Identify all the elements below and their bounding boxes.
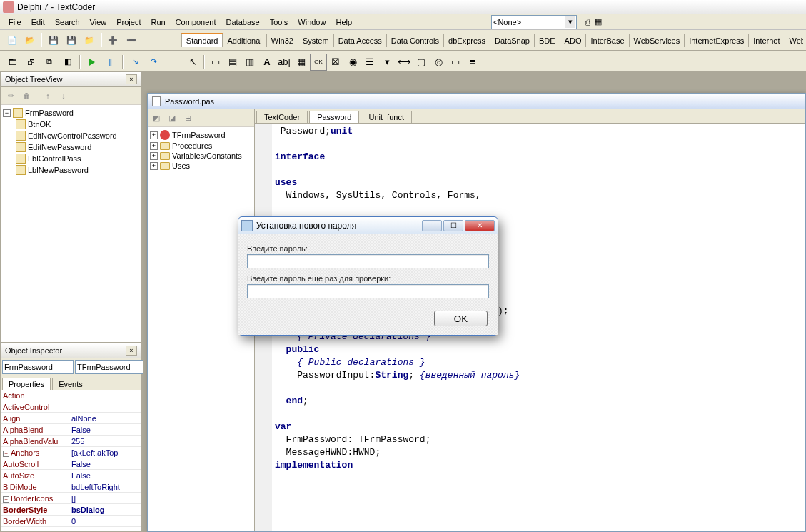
view-form-button[interactable]: 🗗 bbox=[22, 54, 39, 71]
pointer-icon[interactable]: ↖ bbox=[184, 54, 201, 71]
edit-icon[interactable]: ab| bbox=[276, 54, 293, 71]
property-row[interactable]: BiDiModebdLeftToRight bbox=[1, 481, 141, 493]
treeview-btn[interactable]: 🗑 bbox=[19, 89, 34, 103]
open-project-button[interactable]: 📁 bbox=[81, 31, 98, 49]
new-form-button[interactable]: ◧ bbox=[59, 54, 76, 71]
collapse-icon[interactable]: − bbox=[3, 109, 11, 117]
tree-node[interactable]: LblNewPassword bbox=[3, 164, 139, 176]
palette-tab[interactable]: Data Access bbox=[333, 34, 387, 47]
dialog-titlebar[interactable]: Установка нового пароля — ☐ ✕ bbox=[238, 217, 498, 234]
menu-search[interactable]: Search bbox=[51, 16, 84, 28]
code-tab[interactable]: Unit_funct bbox=[361, 111, 412, 123]
editor-titlebar[interactable]: Password.pas bbox=[148, 94, 805, 109]
radiogroup-icon[interactable]: ◎ bbox=[430, 54, 447, 71]
palette-tab[interactable]: InterBase bbox=[585, 34, 629, 47]
save-button[interactable]: 💾 bbox=[45, 31, 61, 49]
add-file-button[interactable]: ➕ bbox=[105, 31, 121, 49]
panel-icon[interactable]: ▭ bbox=[447, 54, 464, 71]
palette-tab[interactable]: System bbox=[298, 34, 334, 47]
property-row[interactable]: AutoSizeFalse bbox=[1, 470, 141, 481]
main-combo[interactable]: <None> ▾ bbox=[491, 15, 577, 29]
menu-database[interactable]: Database bbox=[222, 16, 264, 28]
struct-node[interactable]: +Uses bbox=[150, 161, 252, 171]
mainmenu-icon[interactable]: ▤ bbox=[224, 54, 241, 71]
menu-run[interactable]: Run bbox=[146, 16, 169, 28]
object-tree[interactable]: − FrmPassword BtnOK EditNewControlPasswo… bbox=[1, 105, 141, 342]
menu-help[interactable]: Help bbox=[331, 16, 356, 28]
struct-btn[interactable]: ⊞ bbox=[181, 111, 195, 125]
palette-tab[interactable]: InternetExpress bbox=[684, 34, 749, 47]
palette-tab[interactable]: Win32 bbox=[266, 34, 298, 47]
tree-node[interactable]: LblControlPass bbox=[3, 153, 139, 164]
tree-node-root[interactable]: − FrmPassword bbox=[3, 107, 139, 119]
password-input-1[interactable] bbox=[247, 254, 489, 268]
close-icon[interactable]: × bbox=[126, 346, 137, 356]
toggle-button[interactable]: ⧉ bbox=[41, 54, 58, 71]
view-unit-button[interactable]: 🗔 bbox=[4, 54, 21, 71]
property-row[interactable]: AlignalNone bbox=[1, 413, 141, 424]
palette-tab[interactable]: Data Controls bbox=[386, 34, 444, 47]
tree-node[interactable]: EditNewControlPassword bbox=[3, 130, 139, 141]
actionlist-icon[interactable]: ≡ bbox=[464, 54, 481, 71]
pause-button[interactable]: ‖ bbox=[102, 54, 119, 71]
tree-node[interactable]: BtnOK bbox=[3, 119, 139, 130]
property-row[interactable]: AlphaBlendFalse bbox=[1, 424, 141, 436]
property-row[interactable]: +Anchors[akLeft,akTop bbox=[1, 447, 141, 458]
struct-btn[interactable]: ◩ bbox=[149, 111, 163, 125]
step-over-button[interactable]: ↷ bbox=[145, 54, 162, 71]
menu-edit[interactable]: Edit bbox=[27, 16, 49, 28]
chevron-down-icon[interactable]: ▾ bbox=[565, 16, 575, 28]
palette-tab[interactable]: WebSnap bbox=[785, 34, 803, 47]
toolbar-btn[interactable]: ⎙ bbox=[585, 18, 590, 26]
maximize-button[interactable]: ☐ bbox=[443, 220, 463, 231]
radio-icon[interactable]: ◉ bbox=[344, 54, 361, 71]
property-row[interactable]: +BorderIcons[] bbox=[1, 493, 141, 504]
trace-into-button[interactable]: ↘ bbox=[126, 54, 143, 71]
palette-tab[interactable]: ADO bbox=[560, 34, 587, 47]
frames-icon[interactable]: ▭ bbox=[207, 54, 224, 71]
treeview-btn[interactable]: ✏ bbox=[4, 89, 18, 103]
property-grid[interactable]: ActionActiveControlAlignalNoneAlphaBlend… bbox=[1, 390, 141, 531]
password-input-2[interactable] bbox=[247, 284, 489, 298]
remove-file-button[interactable]: ➖ bbox=[123, 31, 139, 49]
property-row[interactable]: AlphaBlendValu255 bbox=[1, 436, 141, 447]
run-button[interactable] bbox=[84, 54, 101, 71]
property-row[interactable]: Action bbox=[1, 390, 141, 401]
palette-tab[interactable]: BDE bbox=[534, 34, 560, 47]
checkbox-icon[interactable]: ☒ bbox=[327, 54, 344, 71]
combobox-icon[interactable]: ▾ bbox=[378, 54, 396, 71]
code-tab[interactable]: TextCoder bbox=[256, 111, 308, 123]
menu-file[interactable]: File bbox=[4, 16, 26, 28]
groupbox-icon[interactable]: ▢ bbox=[413, 54, 430, 71]
code-tab-active[interactable]: Password bbox=[309, 111, 359, 123]
close-icon[interactable]: × bbox=[126, 74, 137, 84]
ok-button[interactable]: OK bbox=[434, 311, 488, 326]
listbox-icon[interactable]: ☰ bbox=[361, 54, 378, 71]
popupmenu-icon[interactable]: ▥ bbox=[241, 54, 258, 71]
palette-tab-standard[interactable]: Standard bbox=[181, 33, 223, 47]
tab-events[interactable]: Events bbox=[52, 378, 89, 390]
palette-tab[interactable]: dbExpress bbox=[443, 34, 490, 47]
expand-icon[interactable]: + bbox=[150, 152, 158, 160]
menu-window[interactable]: Window bbox=[293, 16, 330, 28]
tab-properties[interactable]: Properties bbox=[2, 378, 51, 390]
property-row[interactable]: AutoScrollFalse bbox=[1, 458, 141, 470]
tree-node[interactable]: EditNewPassword bbox=[3, 141, 139, 153]
toolbar-btn[interactable]: ▦ bbox=[595, 17, 602, 26]
struct-node[interactable]: +TFrmPassword bbox=[150, 129, 252, 141]
palette-tab[interactable]: DataSnap bbox=[490, 34, 535, 47]
button-icon[interactable]: OK bbox=[310, 54, 327, 71]
down-arrow-icon[interactable]: ↓ bbox=[56, 89, 71, 103]
menu-tools[interactable]: Tools bbox=[266, 16, 293, 28]
menu-project[interactable]: Project bbox=[112, 16, 145, 28]
label-icon[interactable]: A bbox=[258, 54, 276, 71]
inspector-object-combo[interactable]: FrmPassword bbox=[2, 360, 74, 374]
struct-btn[interactable]: ◪ bbox=[165, 111, 179, 125]
minimize-button[interactable]: — bbox=[422, 220, 442, 231]
property-row[interactable]: BorderStylebsDialog bbox=[1, 504, 141, 516]
close-button[interactable]: ✕ bbox=[465, 220, 495, 231]
menu-component[interactable]: Component bbox=[171, 16, 221, 28]
property-row[interactable]: BorderWidth0 bbox=[1, 516, 141, 527]
up-arrow-icon[interactable]: ↑ bbox=[41, 89, 55, 103]
expand-icon[interactable]: + bbox=[150, 142, 158, 150]
